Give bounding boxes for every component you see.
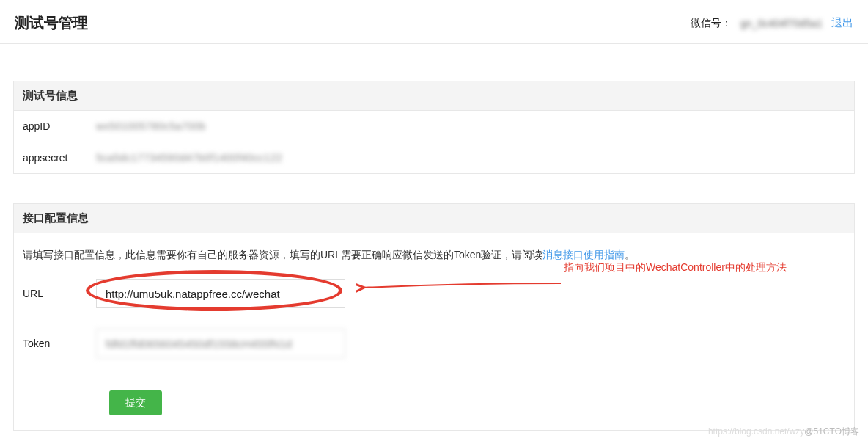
page-title: 测试号管理 bbox=[15, 13, 88, 33]
section-info-title: 测试号信息 bbox=[14, 81, 854, 111]
watermark: https://blog.csdn.net/wzy@51CTO博客 bbox=[708, 426, 859, 431]
url-label: URL bbox=[23, 288, 96, 299]
appsecret-value: 5ca5dc17734590d47b0f1400f40cc122 bbox=[96, 152, 282, 164]
annotation-text: 指向我们项目中的WechatController中的处理方法 bbox=[564, 261, 787, 274]
token-input[interactable] bbox=[96, 329, 345, 358]
appid-row: appID wx501005780c5a700b bbox=[14, 111, 854, 142]
wechat-label: 微信号： bbox=[691, 17, 732, 30]
guide-link[interactable]: 消息接口使用指南 bbox=[542, 249, 625, 260]
token-row: Token bbox=[14, 318, 854, 368]
url-input[interactable] bbox=[96, 279, 345, 308]
token-label: Token bbox=[23, 338, 96, 349]
logout-link[interactable]: 退出 bbox=[831, 16, 853, 30]
appsecret-label: appsecret bbox=[23, 152, 96, 164]
appid-value: wx501005780c5a700b bbox=[96, 120, 206, 132]
section-api-title: 接口配置信息 bbox=[14, 204, 854, 233]
appsecret-row: appsecret 5ca5dc17734590d47b0f1400f40cc1… bbox=[14, 142, 854, 173]
wechat-id-value: gn_0c404f70d5a1 bbox=[740, 18, 823, 29]
annotation-arrow-icon bbox=[356, 282, 568, 311]
appid-label: appID bbox=[23, 120, 96, 132]
url-row: URL 指向我们项目中的WechatController中的处理方法 bbox=[14, 269, 854, 318]
submit-button[interactable]: 提交 bbox=[109, 390, 162, 415]
